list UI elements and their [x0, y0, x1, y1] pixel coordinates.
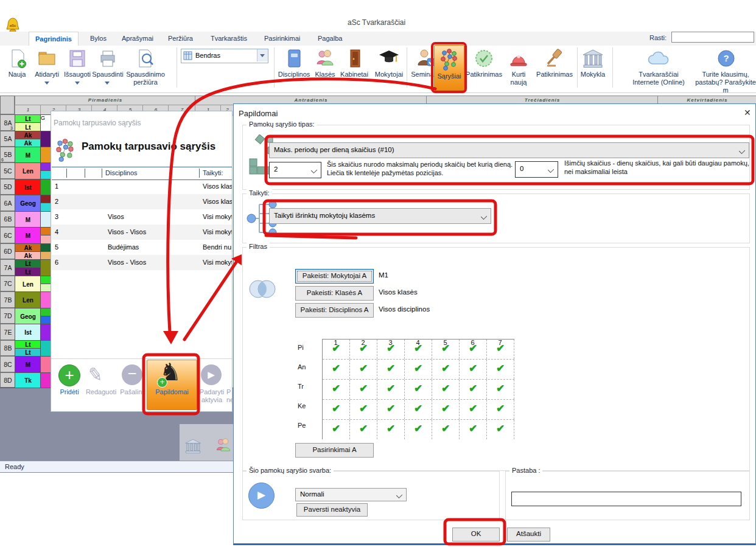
add-button[interactable]: Pridėti — [52, 388, 86, 395]
period-check[interactable]: ✔ — [432, 400, 460, 419]
school-button[interactable]: Mokykla — [578, 71, 607, 78]
period-check[interactable]: ✔ — [405, 400, 432, 419]
open-dropdown-caret-icon[interactable] — [44, 82, 49, 85]
class-label[interactable]: 5A — [0, 131, 16, 147]
selections-button[interactable]: Pasirinkimai A — [295, 443, 374, 458]
period-check[interactable]: ✔ — [350, 380, 377, 399]
save-floppy-icon[interactable] — [67, 48, 88, 69]
period-check[interactable]: ✔ — [323, 400, 350, 419]
class-label[interactable]: 7C — [0, 276, 16, 291]
class-label[interactable]: 6C — [0, 227, 16, 243]
type-dropdown[interactable]: Maks. periodų per dieną skaičius (#10) — [269, 142, 749, 158]
period-check[interactable]: ✔ — [460, 360, 487, 379]
teachers-cap-icon[interactable] — [378, 48, 400, 69]
create-new-siren-icon[interactable] — [508, 48, 529, 69]
lesson-cell[interactable]: Ist — [15, 324, 41, 341]
period-check[interactable]: ✔ — [377, 380, 405, 399]
close-icon[interactable]: ✕ — [744, 108, 751, 117]
lesson-cell[interactable]: Geog — [15, 195, 41, 212]
lesson-cell[interactable]: M — [15, 147, 41, 164]
tab-bylos[interactable]: Bylos — [84, 32, 113, 46]
relationship-row[interactable]: 2Visos klasė — [52, 194, 233, 209]
remove-icon[interactable]: − — [122, 364, 142, 385]
ok-button[interactable]: OK — [452, 528, 500, 542]
period-check[interactable]: ✔ — [377, 340, 405, 359]
relationship-row[interactable]: 1Visos klasė — [52, 179, 233, 194]
change-subjects-button[interactable]: Pakeisti: Disciplinos A — [295, 303, 374, 318]
period-check[interactable]: ✔ — [460, 400, 487, 419]
save-dropdown-caret-icon[interactable] — [75, 82, 80, 85]
period-check[interactable]: ✔ — [432, 360, 460, 379]
class-label[interactable]: 7A — [0, 259, 16, 276]
relationship-row[interactable]: 5BudėjimasBendri nu — [52, 240, 233, 255]
count-dropdown[interactable]: 2 — [269, 162, 321, 178]
timetables-online-button[interactable]: Tvarkaraščiai Internete (Online) — [628, 71, 689, 86]
view-combo[interactable]: Bendras — [181, 49, 268, 63]
remove-button[interactable]: Pašalinti — [117, 388, 149, 396]
tab-aprasymai[interactable]: Aprašymai — [116, 32, 159, 46]
tab-pasirinkimai[interactable]: Pasirinkimai — [258, 32, 306, 46]
period-check[interactable]: ✔ — [432, 380, 460, 399]
print-dropdown-caret-icon[interactable] — [105, 82, 110, 85]
tab-perziura[interactable]: Peržiūra — [162, 32, 199, 46]
help-button[interactable]: Turite klausimų, pastabų? Parašykite m — [693, 71, 756, 94]
deactivate-button[interactable]: Paversti neaktyvia — [296, 503, 368, 517]
period-check[interactable]: ✔ — [350, 340, 377, 359]
period-check[interactable]: ✔ — [350, 400, 377, 419]
period-check[interactable]: ✔ — [405, 380, 432, 399]
period-check[interactable]: ✔ — [487, 420, 514, 439]
relationships-dialog-titlebar[interactable]: Pamokų tarpusavio sąryšis — [54, 119, 141, 127]
change-classes-button[interactable]: Pakeisti: Klasės A — [295, 286, 374, 301]
class-label[interactable]: 8D — [0, 372, 16, 388]
lesson-cell[interactable]: Ist — [15, 179, 41, 196]
open-button[interactable]: Atidaryti — [32, 71, 62, 78]
lesson-cell[interactable]: Len — [15, 291, 41, 309]
tab-pagrindinis[interactable]: Pagrindinis — [29, 32, 79, 46]
relationship-row[interactable]: 4Visos - VisosVisi mokyt — [52, 225, 233, 240]
note-input[interactable] — [511, 492, 741, 506]
find-input[interactable] — [671, 32, 754, 43]
classes-people-icon[interactable] — [315, 48, 335, 69]
class-label[interactable]: 7E — [0, 324, 16, 340]
period-check[interactable]: ✔ — [323, 420, 350, 439]
teachers-button[interactable]: Mokytojai — [373, 71, 405, 78]
class-label[interactable]: 6A — [0, 195, 16, 211]
class-label[interactable]: 6D — [0, 243, 16, 259]
period-check[interactable]: ✔ — [432, 340, 460, 359]
classes-button[interactable]: Klasės — [314, 71, 336, 78]
advanced-button[interactable]: ♞ + Papildomai — [147, 360, 197, 410]
check-gavel-icon[interactable] — [544, 48, 565, 69]
period-check[interactable]: ✔ — [323, 380, 350, 399]
seminars-person-check-icon[interactable] — [416, 48, 436, 69]
period-check[interactable]: ✔ — [405, 340, 432, 359]
column-header-apply[interactable]: Taikyti: — [203, 169, 223, 176]
verification-button[interactable]: Patikrinimas — [466, 71, 502, 78]
school-building-icon[interactable] — [582, 48, 604, 69]
new-button[interactable]: Nauja — [4, 71, 30, 78]
class-label[interactable]: 5D — [0, 179, 16, 195]
period-check[interactable]: ✔ — [350, 420, 377, 439]
lesson-cell[interactable]: Geog — [15, 308, 41, 325]
class-label[interactable]: 8A — [0, 114, 16, 131]
period-check[interactable]: ✔ — [350, 360, 377, 379]
check-button[interactable]: Patikrinimas — [536, 71, 573, 78]
cloud-online-icon[interactable] — [646, 49, 671, 68]
class-label[interactable]: 8C — [0, 356, 16, 372]
period-check[interactable]: ✔ — [405, 360, 432, 379]
relationship-row[interactable]: 6Visos - VisosVisi mokyt — [52, 255, 233, 270]
period-check[interactable]: ✔ — [487, 380, 514, 399]
make-active-play-icon[interactable]: ▶ — [201, 364, 222, 385]
lesson-cell[interactable]: Tk — [15, 372, 41, 389]
classrooms-button[interactable]: Kabinetai — [339, 71, 369, 78]
change-teachers-button[interactable]: Pakeisti: Mokytojai A — [295, 269, 374, 284]
exceptions-dropdown[interactable]: 0 — [515, 161, 558, 178]
print-preview-icon[interactable] — [135, 48, 156, 69]
print-icon[interactable] — [97, 48, 118, 69]
new-file-icon[interactable] — [7, 48, 28, 69]
class-label[interactable]: 5C — [0, 162, 16, 179]
relationships-button[interactable]: Sąryšiai — [434, 45, 464, 91]
print-preview-button[interactable]: Spausdinimo peržiūra — [123, 71, 168, 86]
period-check[interactable]: ✔ — [432, 420, 460, 439]
importance-dropdown[interactable]: Normali — [295, 488, 407, 501]
relationship-row[interactable]: 3VisosVisi mokyt — [52, 209, 233, 225]
